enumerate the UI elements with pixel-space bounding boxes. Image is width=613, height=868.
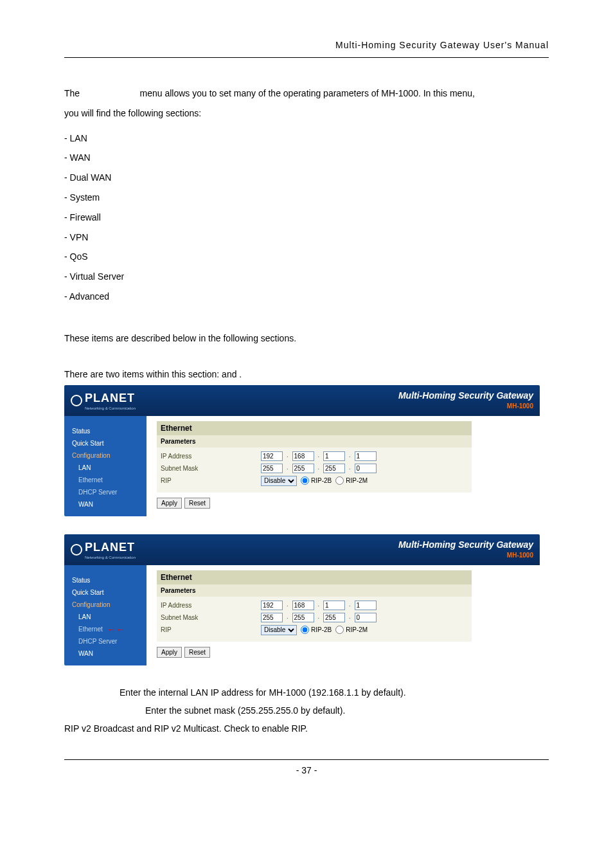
sidebar-item-status[interactable]: Status <box>64 425 147 437</box>
list-item: - Advanced <box>64 287 549 307</box>
planet-icon <box>71 395 82 406</box>
brand-text: PLANET <box>85 541 135 554</box>
ip-octet-3[interactable] <box>323 451 345 461</box>
subnet-label: Subnet Mask <box>161 464 257 473</box>
reset-button[interactable]: Reset <box>184 498 210 509</box>
brand-logo: PLANET Networking & Communication <box>71 539 136 561</box>
panel-title: Ethernet <box>157 421 472 435</box>
sidebar-item-quickstart[interactable]: Quick Start <box>64 586 147 599</box>
rip-2m-radio[interactable] <box>335 476 344 485</box>
dot-icon: . <box>318 451 320 460</box>
row-rip: RIP Disable RIP-2B RIP-2M <box>161 475 468 487</box>
brand-logo: PLANET Networking & Communication <box>71 390 136 411</box>
row-subnet: Subnet Mask . . . <box>161 611 468 624</box>
router-content: Ethernet Parameters IP Address . . . Sub… <box>147 565 540 665</box>
mask-octet-1[interactable] <box>261 613 283 622</box>
description-block: Enter the internal LAN IP address for MH… <box>64 683 549 737</box>
rip-2m-option[interactable]: RIP-2M <box>335 625 368 635</box>
arrow-left-icon: ←← <box>107 625 125 634</box>
dot-icon: . <box>287 451 289 460</box>
panel-subtitle: Parameters <box>157 435 472 448</box>
product-title: Multi-Homing Security Gateway MH-1000 <box>398 540 533 558</box>
list-item: - VPN <box>64 228 549 248</box>
list-item: - LAN <box>64 129 549 149</box>
brand-text: PLANET <box>85 392 135 404</box>
sidebar-item-dhcp[interactable]: DHCP Server <box>64 635 147 647</box>
rip-2b-option[interactable]: RIP-2B <box>301 476 332 485</box>
panel-title: Ethernet <box>157 570 472 584</box>
list-item: - Dual WAN <box>64 168 549 188</box>
ip-octet-1[interactable] <box>261 601 283 610</box>
dot-icon: . <box>318 464 320 473</box>
page-footer: - 37 - <box>64 759 549 777</box>
apply-button[interactable]: Apply <box>157 647 182 658</box>
dot-icon: . <box>318 613 320 622</box>
sidebar-item-configuration[interactable]: Configuration <box>64 449 147 462</box>
sidebar-item-lan[interactable]: LAN <box>64 462 147 474</box>
ip-octet-1[interactable] <box>261 451 283 461</box>
ip-octet-4[interactable] <box>355 451 377 461</box>
dot-icon: . <box>287 601 289 610</box>
mask-octet-1[interactable] <box>261 464 283 473</box>
dot-icon: . <box>318 601 320 610</box>
list-item: - Firewall <box>64 208 549 228</box>
list-item: - WAN <box>64 148 549 168</box>
sidebar-item-ethernet[interactable]: Ethernet ←← <box>64 623 147 635</box>
router-topbar: PLANET Networking & Communication Multi-… <box>64 385 540 416</box>
section-list: - LAN - WAN - Dual WAN - System - Firewa… <box>64 129 549 307</box>
sidebar-item-configuration[interactable]: Configuration <box>64 599 147 611</box>
row-ip: IP Address . . . <box>161 450 468 462</box>
described-below: These items are described below in the f… <box>64 329 549 348</box>
sidebar-item-quickstart[interactable]: Quick Start <box>64 437 147 449</box>
reset-button[interactable]: Reset <box>184 647 210 658</box>
ip-label: IP Address <box>161 601 257 610</box>
ip-label: IP Address <box>161 451 257 461</box>
brand-subtext: Networking & Communication <box>85 555 136 561</box>
sidebar-item-wan[interactable]: WAN <box>64 498 147 511</box>
model-label: MH-1000 <box>398 402 533 410</box>
dot-icon: . <box>287 464 289 473</box>
router-screenshot-2: PLANET Networking & Communication Multi-… <box>64 534 540 665</box>
desc-rip: RIP v2 Broadcast and RIP v2 Multicast. C… <box>64 719 549 737</box>
desc-ip: Enter the internal LAN IP address for MH… <box>64 683 549 701</box>
sidebar-item-wan[interactable]: WAN <box>64 647 147 660</box>
dot-icon: . <box>349 464 351 473</box>
planet-icon <box>71 544 82 556</box>
rip-2b-option[interactable]: RIP-2B <box>301 625 332 635</box>
mask-octet-2[interactable] <box>292 464 314 473</box>
ethernet-panel: Ethernet Parameters IP Address . . . Sub… <box>157 421 472 509</box>
ethernet-panel: Ethernet Parameters IP Address . . . Sub… <box>157 570 472 658</box>
sidebar-item-dhcp[interactable]: DHCP Server <box>64 486 147 498</box>
mask-octet-2[interactable] <box>292 613 314 622</box>
rip-2b-radio[interactable] <box>301 476 309 485</box>
sidebar-item-lan[interactable]: LAN <box>64 611 147 623</box>
dot-icon: . <box>287 613 289 622</box>
router-content: Ethernet Parameters IP Address . . . Sub… <box>147 416 540 516</box>
sidebar-item-status[interactable]: Status <box>64 574 147 586</box>
rip-2m-radio[interactable] <box>335 626 344 634</box>
panel-subtitle: Parameters <box>157 584 472 597</box>
row-ip: IP Address . . . <box>161 599 468 611</box>
ip-octet-2[interactable] <box>292 451 314 461</box>
sidebar-item-ethernet[interactable]: Ethernet <box>64 474 147 486</box>
mask-octet-3[interactable] <box>323 613 345 622</box>
mask-octet-4[interactable] <box>355 613 377 622</box>
row-subnet: Subnet Mask . . . <box>161 462 468 475</box>
rip-label: RIP <box>161 476 257 485</box>
router-topbar: PLANET Networking & Communication Multi-… <box>64 534 540 565</box>
mask-octet-4[interactable] <box>355 464 377 473</box>
page-header: Multi-Homing Security Gateway User's Man… <box>64 39 549 58</box>
rip-select[interactable]: Disable <box>261 625 297 635</box>
subnet-label: Subnet Mask <box>161 613 257 622</box>
rip-select[interactable]: Disable <box>261 476 297 486</box>
rip-2m-option[interactable]: RIP-2M <box>335 476 368 485</box>
mask-octet-3[interactable] <box>323 464 345 473</box>
row-rip: RIP Disable RIP-2B RIP-2M <box>161 624 468 637</box>
ip-octet-4[interactable] <box>355 601 377 610</box>
router-sidebar: Status Quick Start Configuration LAN Eth… <box>64 416 147 516</box>
rip-2b-radio[interactable] <box>301 626 309 634</box>
list-item: - System <box>64 188 549 208</box>
ip-octet-2[interactable] <box>292 601 314 610</box>
ip-octet-3[interactable] <box>323 601 345 610</box>
apply-button[interactable]: Apply <box>157 498 182 509</box>
